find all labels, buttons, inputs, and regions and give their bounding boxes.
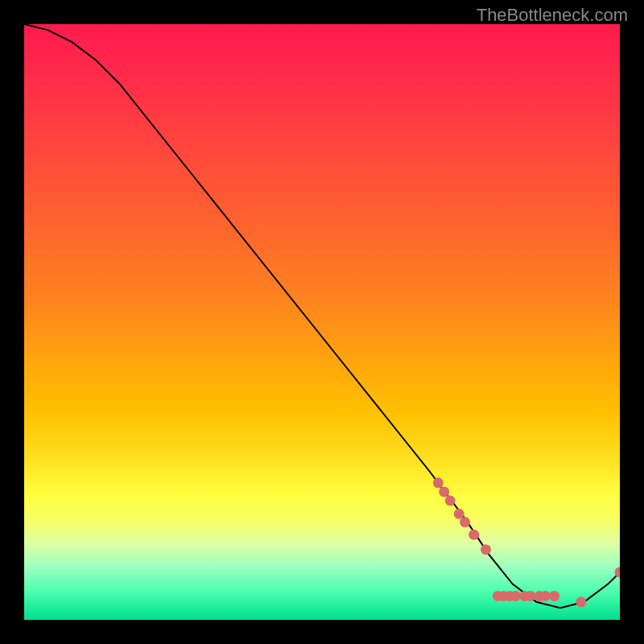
data-point bbox=[526, 591, 536, 601]
watermark: TheBottleneck.com bbox=[477, 5, 628, 26]
curve-line bbox=[24, 24, 620, 608]
data-point bbox=[460, 517, 470, 527]
data-point bbox=[540, 591, 551, 601]
data-point bbox=[576, 597, 586, 607]
data-point bbox=[481, 544, 491, 555]
data-point bbox=[510, 591, 521, 601]
data-point bbox=[445, 496, 456, 506]
data-markers bbox=[433, 477, 620, 607]
data-point bbox=[433, 477, 444, 488]
chart-svg bbox=[24, 24, 620, 620]
data-point bbox=[469, 530, 479, 540]
data-point bbox=[439, 486, 449, 497]
data-point bbox=[549, 591, 559, 601]
